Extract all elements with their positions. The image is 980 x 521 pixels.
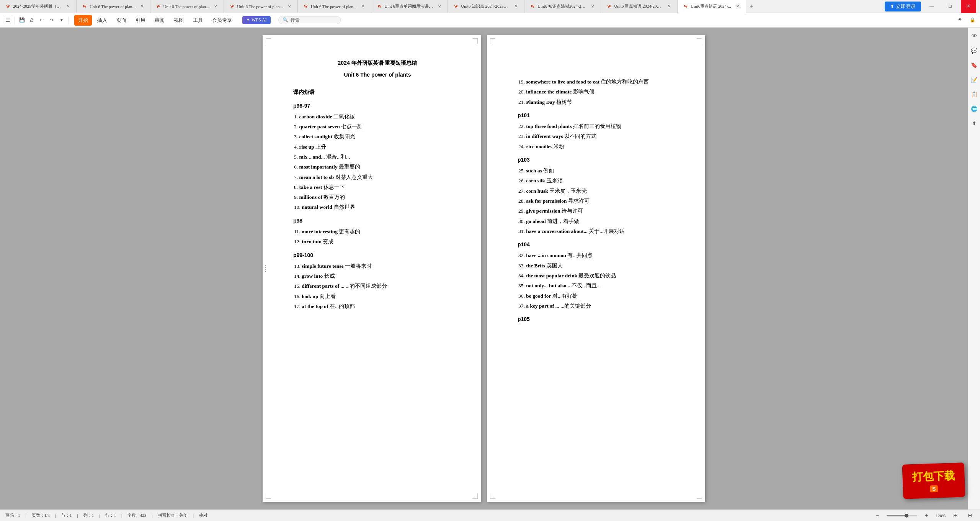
share-button[interactable]: ⬆ 立即登录 (885, 2, 921, 11)
pages-container: 2024 年外研版英语 重要短语总结 Unit 6 The power of p… (0, 28, 968, 510)
page-ref-p101: p101 (518, 111, 686, 120)
vocab-item-27: 27. corn husk 玉米皮，玉米壳 (518, 187, 686, 196)
toolbar-right-icon-1[interactable]: 👁 (956, 16, 965, 25)
tab-1[interactable]: W 2024-2025学年外研版（20... ✕ (0, 0, 77, 13)
tab-4-close[interactable]: ✕ (287, 4, 292, 9)
menu-page[interactable]: 页面 (113, 15, 130, 26)
wps-icon-10: W (683, 4, 688, 9)
zoom-out-button[interactable]: − (874, 512, 881, 519)
right-page-corner-tl (490, 38, 495, 44)
tab-9[interactable]: W Unit6 重点短语 2024-2025... ✕ (601, 0, 678, 13)
toolbar-icon-menu[interactable]: ☰ (3, 16, 12, 25)
tab-7[interactable]: W Unit6 知识点 2024-2025年... ✕ (448, 0, 524, 13)
zoom-level: 120% (936, 513, 946, 518)
vocab-item-28: 28. ask for permission 寻求许可 (518, 197, 686, 206)
tab-9-close[interactable]: ✕ (666, 4, 672, 9)
status-row: 行：1 (105, 513, 116, 518)
page-corner-tl (266, 38, 271, 44)
menu-tools[interactable]: 工具 (189, 15, 207, 26)
tab-6-label: Unit 6重点单词阅用法讲解20... (384, 3, 433, 9)
tab-3[interactable]: W Unit 6 The power of plan... ✕ (150, 0, 224, 13)
close-button[interactable]: ✕ (961, 0, 976, 13)
tab-5-label: Unit 6 The power of plan... (311, 4, 357, 9)
vocab-item-11: 11. more interesting 更有趣的 (293, 227, 462, 236)
status-separator-7: | (193, 513, 194, 518)
toolbar-icon-print[interactable]: 🖨 (27, 16, 36, 25)
tab-3-label: Unit 6 The power of plan... (163, 4, 209, 9)
vocab-item-4: 4. rise up 上升 (293, 143, 462, 152)
vocab-item-32: 32. have ...in common 有...共同点 (518, 251, 686, 260)
drag-handle-left[interactable] (265, 265, 266, 272)
sidebar-icon-translate[interactable]: 🌐 (970, 104, 979, 113)
new-tab-button[interactable]: + (746, 0, 757, 13)
tab-3-close[interactable]: ✕ (213, 4, 218, 9)
zoom-in-button[interactable]: + (923, 512, 930, 519)
toolbar-icon-save[interactable]: 💾 (17, 16, 26, 25)
layout-icon-2[interactable]: ⊟ (965, 511, 975, 520)
toolbar-icon-undo[interactable]: ↩ (37, 16, 46, 25)
sidebar-icon-history[interactable]: 📋 (970, 90, 979, 99)
menu-insert[interactable]: 插入 (93, 15, 111, 26)
wps-ai-label: WPS AI (252, 17, 267, 23)
tab-8[interactable]: W Unit6 知识点清晰2024-202... ✕ (524, 0, 601, 13)
tab-7-close[interactable]: ✕ (513, 4, 519, 9)
wps-icon-7: W (453, 4, 459, 9)
separator-1 (15, 16, 15, 24)
menu-vip[interactable]: 会员专享 (208, 15, 236, 26)
download-badge[interactable]: 打包下载 S (902, 462, 965, 499)
tab-10-label: Unit6重点短语 2024-... (691, 3, 731, 9)
menu-home[interactable]: 开始 (74, 15, 92, 26)
vocab-item-29: 29. give permission 给与许可 (518, 206, 686, 216)
tab-2[interactable]: W Unit 6 The power of plan... ✕ (77, 0, 150, 13)
tab-10-close[interactable]: ✕ (735, 4, 740, 9)
toolbar-icon-more[interactable]: ▼ (57, 16, 66, 25)
vocab-item-6: 6. most importantly 最重要的 (293, 162, 462, 172)
tab-5-close[interactable]: ✕ (360, 4, 366, 9)
maximize-button[interactable]: □ (942, 0, 958, 13)
wps-ai-icon: ✦ (246, 17, 250, 23)
tab-5[interactable]: W Unit 6 The power of plan... ✕ (298, 0, 372, 13)
search-box[interactable]: 🔍 (278, 16, 341, 24)
vocab-item-1: 1. carbon dioxide 二氧化碳 (293, 112, 462, 121)
search-input[interactable] (291, 18, 336, 23)
sidebar-icon-format[interactable]: 📝 (970, 75, 979, 84)
sidebar-icon-share[interactable]: ⬆ (970, 119, 979, 128)
toolbar-icons: ☰ 💾 🖨 ↩ ↪ ▼ (3, 16, 70, 25)
tab-4-label: Unit 6 The power of plan... (237, 4, 283, 9)
tab-8-close[interactable]: ✕ (590, 4, 595, 9)
vocab-item-16: 16. look up 向上看 (293, 292, 462, 301)
vocab-item-35: 35. not only... but also... 不仅...而且... (518, 281, 686, 290)
drag-dot-4 (265, 271, 266, 272)
vocab-item-33: 33. the Brits 英国人 (518, 261, 686, 270)
sidebar-icon-comment[interactable]: 💬 (970, 46, 979, 55)
drag-dot-1 (265, 265, 266, 266)
tab-2-close[interactable]: ✕ (139, 4, 145, 9)
vocab-item-21: 21. Planting Day 植树节 (518, 98, 686, 107)
layout-icon-1[interactable]: ⊞ (951, 511, 960, 520)
wps-ai-button[interactable]: ✦ WPS AI (242, 16, 271, 24)
status-separator-3: | (77, 513, 78, 518)
menu-view[interactable]: 视图 (170, 15, 188, 26)
vocab-item-30: 30. go ahead 前进，着手做 (518, 217, 686, 226)
status-mode: 校对 (199, 513, 207, 518)
download-badge-text: 打包下载 (912, 469, 955, 485)
sidebar-icon-eye[interactable]: 👁 (970, 31, 979, 41)
page-ref-p105: p105 (518, 315, 686, 324)
minimize-button[interactable]: — (924, 0, 939, 13)
menu-reference[interactable]: 引用 (132, 15, 149, 26)
vocab-item-12: 12. turn into 变成 (293, 237, 462, 246)
tab-1-close[interactable]: ✕ (65, 4, 71, 9)
tab-6[interactable]: W Unit 6重点单词阅用法讲解20... ✕ (371, 0, 448, 13)
tab-4[interactable]: W Unit 6 The power of plan... ✕ (224, 0, 298, 13)
zoom-slider[interactable] (887, 515, 917, 516)
vocab-item-8: 8. take a rest 休息一下 (293, 183, 462, 192)
toolbar-icon-redo[interactable]: ↪ (47, 16, 56, 25)
toolbar-right-icon-2[interactable]: 🔒 (968, 16, 977, 25)
status-separator-4: | (99, 513, 100, 518)
wps-icon-1: W (5, 4, 11, 9)
doc-title: 2024 年外研版英语 重要短语总结 (293, 58, 462, 68)
sidebar-icon-bookmark[interactable]: 🔖 (970, 61, 979, 70)
menu-review[interactable]: 审阅 (151, 15, 168, 26)
tab-10[interactable]: W Unit6重点短语 2024-... ✕ (678, 0, 746, 13)
tab-6-close[interactable]: ✕ (437, 4, 442, 9)
